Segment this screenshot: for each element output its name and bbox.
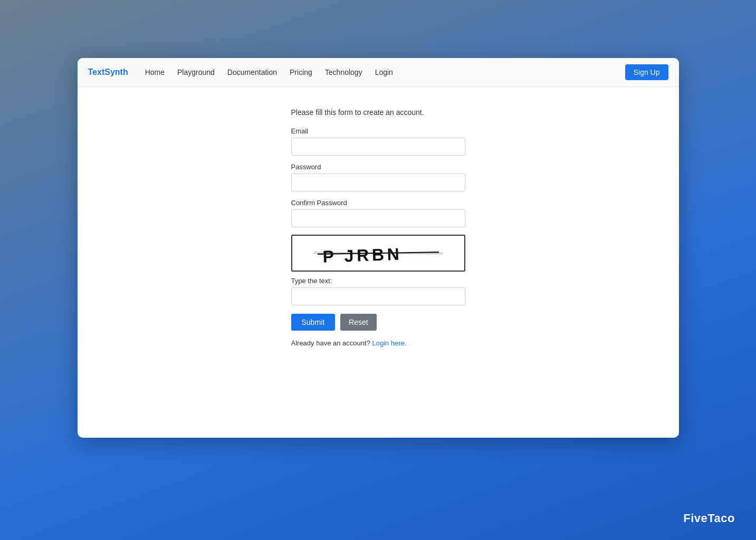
captcha-type-label: Type the text: [291,277,465,285]
form-buttons-row: Submit Reset [291,314,465,331]
nav-link-login[interactable]: Login [375,68,393,76]
signup-button[interactable]: Sign Up [625,64,668,80]
content-area: Please fill this form to create an accou… [78,87,679,438]
password-input[interactable] [291,173,465,191]
login-here-link[interactable]: Login here. [372,339,406,347]
nav-link-pricing[interactable]: Pricing [290,68,312,76]
nav-brand[interactable]: TextSynth [88,68,128,77]
password-group: Password [291,163,465,191]
email-label: Email [291,127,465,135]
nav-link-playground[interactable]: Playground [177,68,215,76]
svg-text:P JRBN: P JRBN [322,245,402,266]
nav-link-documentation[interactable]: Documentation [227,68,277,76]
password-label: Password [291,163,465,171]
email-group: Email [291,127,465,156]
captcha-svg: P JRBN [292,236,464,271]
confirm-password-input[interactable] [291,209,465,227]
nav-link-home[interactable]: Home [145,68,165,76]
signup-form-container: Please fill this form to create an accou… [291,108,465,347]
confirm-password-group: Confirm Password [291,199,465,227]
browser-window: TextSynth Home Playground Documentation … [78,58,679,438]
navbar: TextSynth Home Playground Documentation … [78,58,679,87]
submit-button[interactable]: Submit [291,314,336,331]
email-input[interactable] [291,138,465,156]
confirm-password-label: Confirm Password [291,199,465,207]
captcha-image-box: P JRBN [291,235,465,272]
form-title: Please fill this form to create an accou… [291,108,465,117]
already-account-text: Already have an account? Login here. [291,339,465,347]
nav-link-technology[interactable]: Technology [325,68,362,76]
reset-button[interactable]: Reset [340,314,377,331]
captcha-input[interactable] [291,287,465,305]
footer-brand: FiveTaco [683,512,735,525]
